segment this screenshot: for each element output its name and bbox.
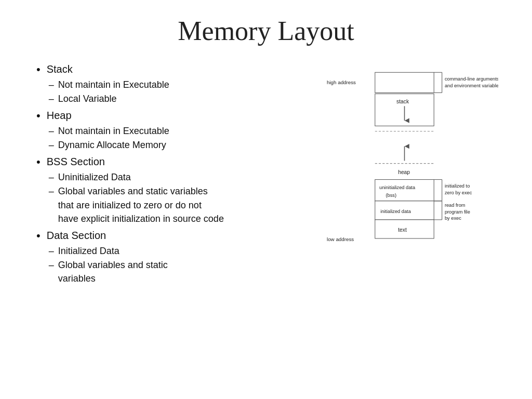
sub-item: – Initialized Data xyxy=(49,244,168,258)
sub-item: – Local Variable xyxy=(49,92,169,105)
dash-icon: – xyxy=(49,184,54,198)
data-sub-list: – Initialized Data – Global variables an… xyxy=(47,244,168,285)
bss-label: BSS Section xyxy=(47,154,224,169)
heap-sub-0: Not maintain in Executable xyxy=(58,124,169,138)
heap-label: Heap xyxy=(47,108,169,123)
low-address-text: low address xyxy=(327,236,354,242)
dash-icon: – xyxy=(49,124,54,138)
svg-text:and environment variables: and environment variables xyxy=(445,83,498,88)
sub-item: – Not maintain in Executable xyxy=(49,124,169,138)
bullet-icon: • xyxy=(36,229,41,244)
svg-text:command-line arguments: command-line arguments xyxy=(445,76,498,82)
svg-text:initialized to: initialized to xyxy=(445,183,470,189)
sub-item: – Not maintain in Executable xyxy=(49,78,169,91)
data-section-label: Data Section xyxy=(47,228,168,243)
stack-sub-0: Not maintain in Executable xyxy=(58,78,169,91)
sub-item: – Global variables and staticvariables xyxy=(49,258,168,285)
svg-text:initialized data: initialized data xyxy=(380,209,411,214)
bss-sub-0: Uninitialized Data xyxy=(58,170,131,184)
list-item-stack: • Stack – Not maintain in Executable – L… xyxy=(36,62,314,106)
heap-sub-list: – Not maintain in Executable – Dynamic A… xyxy=(47,124,169,152)
svg-rect-13 xyxy=(375,180,434,201)
stack-sub-1: Local Variable xyxy=(58,92,117,105)
diagram-area: .diag { font-family: Arial, sans-serif; … xyxy=(324,62,501,383)
svg-text:by exec: by exec xyxy=(445,216,461,221)
main-list: • Stack – Not maintain in Executable – L… xyxy=(31,62,314,286)
heap-sub-1: Dynamic Allocate Memory xyxy=(58,138,166,152)
dash-icon: – xyxy=(49,258,54,272)
svg-rect-0 xyxy=(375,72,434,92)
dash-icon: – xyxy=(49,244,54,258)
list-item-heap: • Heap – Not maintain in Executable – Dy… xyxy=(36,108,314,152)
slide-title: Memory Layout xyxy=(31,16,501,46)
dash-icon: – xyxy=(49,138,54,152)
svg-text:program file: program file xyxy=(445,209,470,215)
bss-sub-list: – Uninitialized Data – Global variables … xyxy=(47,170,224,225)
memory-diagram: .diag { font-family: Arial, sans-serif; … xyxy=(327,67,498,271)
svg-text:heap: heap xyxy=(398,169,410,175)
sub-item: – Dynamic Allocate Memory xyxy=(49,138,169,152)
svg-text:zero by exec: zero by exec xyxy=(445,190,472,195)
slide: Memory Layout • Stack – Not maintain in … xyxy=(0,0,532,399)
bullet-icon: • xyxy=(36,109,41,124)
bullet-list: • Stack – Not maintain in Executable – L… xyxy=(31,62,314,383)
list-item-data: • Data Section – Initialized Data – Glob… xyxy=(36,228,314,286)
high-address-text: high address xyxy=(327,79,356,85)
bss-sub-1: Global variables and static variablestha… xyxy=(58,184,224,225)
svg-text:stack: stack xyxy=(396,99,409,104)
list-item-bss: • BSS Section – Uninitialized Data – Glo… xyxy=(36,154,314,225)
bullet-icon: • xyxy=(36,62,41,77)
svg-text:text: text xyxy=(398,227,407,233)
dash-icon: – xyxy=(49,92,54,105)
data-sub-0: Initialized Data xyxy=(58,244,119,258)
sub-item: – Uninitialized Data xyxy=(49,170,224,184)
svg-text:read from: read from xyxy=(445,203,466,208)
dash-icon: – xyxy=(49,78,54,91)
svg-text:(bss): (bss) xyxy=(385,193,396,198)
stack-sub-list: – Not maintain in Executable – Local Var… xyxy=(47,78,169,105)
sub-item: – Global variables and static variablest… xyxy=(49,184,224,225)
content-area: • Stack – Not maintain in Executable – L… xyxy=(31,62,501,383)
dash-icon: – xyxy=(49,170,54,184)
stack-label: Stack xyxy=(47,62,169,77)
bullet-icon: • xyxy=(36,155,41,170)
data-sub-1: Global variables and staticvariables xyxy=(58,258,168,285)
svg-text:uninitialized data: uninitialized data xyxy=(379,185,416,190)
